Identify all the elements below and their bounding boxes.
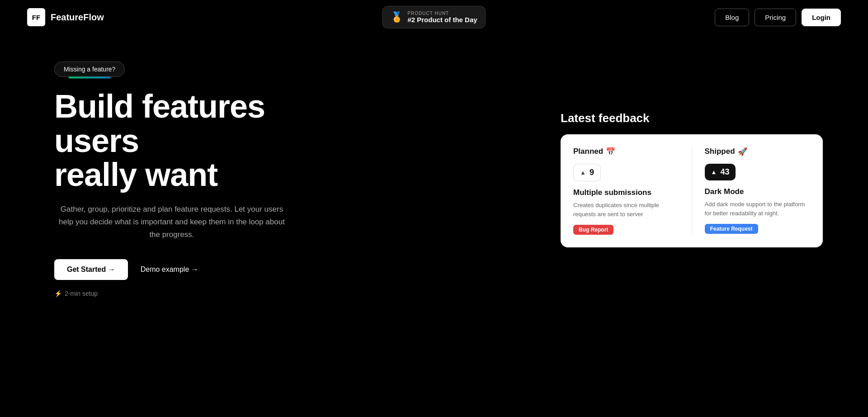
logo-text: FF	[32, 14, 40, 21]
brand-name: FeatureFlow	[51, 12, 104, 23]
hero-title: Build features users really want	[54, 90, 326, 192]
bug-tag: Bug Report	[573, 225, 613, 235]
get-started-button[interactable]: Get Started →	[54, 259, 128, 280]
feature-tag: Feature Request	[705, 224, 758, 234]
medal-icon: 🏅	[391, 11, 403, 23]
ph-label: PRODUCT HUNT	[407, 11, 477, 16]
navbar: FF FeatureFlow 🏅 PRODUCT HUNT #2 Product…	[0, 0, 868, 34]
planned-item-title: Multiple submissions	[573, 188, 679, 197]
planned-label: Planned	[573, 147, 603, 156]
hero-section: Missing a feature? Build features users …	[54, 62, 326, 297]
shipped-vote-count: 43	[720, 167, 729, 177]
main-content: Missing a feature? Build features users …	[0, 34, 868, 315]
blog-button[interactable]: Blog	[715, 9, 749, 26]
setup-note: ⚡ 2-min setup	[54, 290, 326, 297]
hero-subtitle: Gather, group, prioritize and plan featu…	[54, 203, 289, 241]
setup-label: 2-min setup	[65, 290, 98, 297]
shipped-vote-arrow: ▲	[711, 169, 717, 175]
planned-vote-arrow: ▲	[580, 169, 586, 176]
shipped-column: Shipped 🚀 ▲ 43 Dark Mode Add dark mode s…	[705, 147, 811, 235]
feedback-title: Latest feedback	[561, 111, 823, 125]
feedback-panel: Latest feedback Planned 📅 ▲ 9 Multiple s…	[561, 111, 823, 247]
nav-right: Blog Pricing Login	[715, 9, 841, 26]
shipped-item-desc: Add dark mode support to the platform fo…	[705, 200, 811, 218]
hero-buttons: Get Started → Demo example →	[54, 259, 326, 280]
shipped-header: Shipped 🚀	[705, 147, 811, 156]
planned-vote-box: ▲ 9	[573, 164, 601, 181]
hero-title-line1: Build features users	[54, 88, 265, 159]
logo: FF	[27, 8, 45, 26]
planned-icon: 📅	[606, 147, 615, 156]
login-button[interactable]: Login	[802, 9, 841, 26]
shipped-item-title: Dark Mode	[705, 187, 811, 196]
nav-left: FF FeatureFlow	[27, 8, 104, 26]
planned-vote-count: 9	[590, 168, 594, 177]
lightning-icon: ⚡	[54, 290, 62, 297]
pricing-button[interactable]: Pricing	[755, 9, 796, 26]
planned-header: Planned 📅	[573, 147, 679, 156]
shipped-label: Shipped	[705, 147, 735, 156]
shipped-icon: 🚀	[738, 147, 747, 156]
ph-title: #2 Product of the Day	[407, 16, 477, 24]
column-divider	[692, 147, 692, 235]
missing-feature-badge: Missing a feature?	[54, 62, 125, 77]
product-hunt-badge: 🏅 PRODUCT HUNT #2 Product of the Day	[382, 6, 486, 28]
hero-title-line2: really want	[54, 156, 217, 193]
demo-button[interactable]: Demo example →	[141, 265, 198, 274]
planned-column: Planned 📅 ▲ 9 Multiple submissions Creat…	[573, 147, 679, 235]
feedback-card: Planned 📅 ▲ 9 Multiple submissions Creat…	[561, 134, 823, 247]
shipped-vote-box: ▲ 43	[705, 164, 736, 180]
planned-item-desc: Creates duplicates since multiple reques…	[573, 201, 679, 218]
